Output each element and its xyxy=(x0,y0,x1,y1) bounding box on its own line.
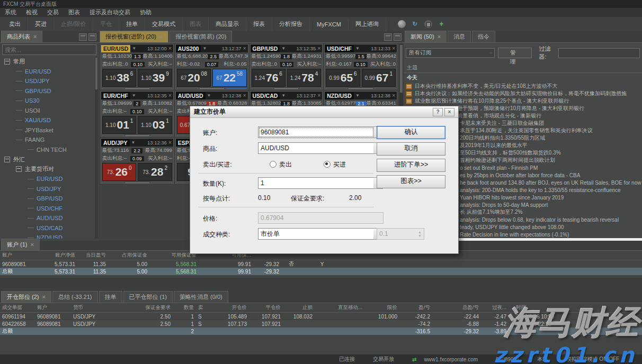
tile-symbol[interactable]: USD/CAD xyxy=(251,92,280,99)
lock-icon[interactable] xyxy=(424,20,432,28)
panel-splitter[interactable] xyxy=(0,278,642,293)
quantity-select[interactable]: 1 ▼ xyxy=(200,88,224,89)
bid-price[interactable]: 1.10386 xyxy=(102,69,136,87)
buy-button[interactable]: 买进 xyxy=(151,182,172,184)
dialog-title-bar[interactable]: 建立市价单 ? × xyxy=(190,106,458,118)
window-restore-icon[interactable] xyxy=(384,33,392,41)
sphere-icon[interactable] xyxy=(398,20,406,28)
news-tab[interactable]: 指令× xyxy=(472,31,495,42)
chevron-down-icon[interactable]: ▼ xyxy=(280,46,287,51)
collapse-icon[interactable] xyxy=(16,166,22,172)
bid-price[interactable]: 1.10011 xyxy=(102,116,136,134)
close-icon[interactable]: × xyxy=(33,33,37,40)
tree-item[interactable]: US30 xyxy=(1,96,94,106)
sell-button[interactable]: 卖出 xyxy=(102,182,123,184)
menu-item[interactable]: 图表 xyxy=(64,8,85,17)
toolbar-button[interactable]: 图表 xyxy=(183,17,209,31)
toolbar-button[interactable]: 报表 xyxy=(246,17,272,31)
ask-price[interactable]: 672258 xyxy=(212,69,246,87)
buy-button[interactable]: 买进 xyxy=(374,88,396,89)
toolbar-button[interactable]: 分析报告 xyxy=(272,17,310,31)
close-icon[interactable]: × xyxy=(159,33,163,40)
chevron-down-icon[interactable]: ▼ xyxy=(130,93,138,98)
tree-item[interactable]: GBP/USD xyxy=(1,194,94,204)
toolbar-button[interactable]: 买进 xyxy=(28,17,54,31)
toolbar-button[interactable]: 交易模式 xyxy=(145,17,183,31)
quantity-select[interactable]: 1 ▼ xyxy=(274,88,299,89)
menu-item[interactable]: 提示及自动交易 xyxy=(85,8,135,17)
positions-tab[interactable]: 开仓部位 (2)× xyxy=(1,291,51,303)
manage-button[interactable]: 管理 xyxy=(498,48,532,58)
toolbar-button[interactable]: MyFXCM xyxy=(310,19,349,30)
tile-symbol[interactable]: AUD/USD xyxy=(176,92,206,99)
ask-price[interactable]: 1.10031 xyxy=(138,116,172,134)
quantity-select[interactable]: 1 ▼ xyxy=(125,88,149,89)
toolbar-button[interactable]: 商品显示 xyxy=(209,17,246,31)
close-icon[interactable]: × xyxy=(242,46,248,51)
chevron-down-icon[interactable]: ▼ xyxy=(280,93,287,98)
tab-symbol-list[interactable]: 商品列表× xyxy=(1,31,42,42)
window-maximize-icon[interactable] xyxy=(88,33,96,41)
tree-item[interactable]: USD/CHF xyxy=(1,204,94,214)
tile-symbol[interactable]: EUR/CHF xyxy=(101,92,130,99)
tree-item[interactable]: EUR/USD xyxy=(1,174,94,184)
toolbar-button[interactable]: 网上谘询 xyxy=(349,17,386,31)
tile-symbol[interactable]: NZD/USD xyxy=(325,92,354,99)
tile-symbol[interactable]: GBP/USD xyxy=(251,45,280,52)
tree-item[interactable]: XAU/USD xyxy=(1,115,94,125)
ask-price[interactable]: 1.24784 xyxy=(287,69,321,87)
search-input[interactable] xyxy=(2,44,96,55)
menu-item[interactable]: 协助 xyxy=(135,8,156,17)
add-icon[interactable]: + xyxy=(438,20,445,28)
bid-price[interactable]: 0.99656 xyxy=(326,69,360,87)
positions-tab[interactable]: 策略性消息 (0/0)× xyxy=(174,291,228,303)
tree-item[interactable]: USD/CAD xyxy=(1,223,94,233)
window-restore-icon[interactable] xyxy=(79,33,87,41)
close-icon[interactable]: × xyxy=(390,46,397,51)
order-type-select[interactable]: 市价单 xyxy=(258,228,374,240)
toolbar-button[interactable]: 平仓 xyxy=(93,17,119,31)
close-icon[interactable]: × xyxy=(316,46,322,51)
close-icon[interactable]: × xyxy=(438,33,441,40)
sidebar-scrollbar[interactable] xyxy=(95,57,98,239)
sell-button[interactable]: 卖出 xyxy=(326,88,347,89)
tile-symbol[interactable]: USD/CHF xyxy=(325,45,354,52)
ask-price[interactable]: 73.282 xyxy=(138,163,172,181)
close-icon[interactable]: × xyxy=(167,46,173,51)
filter-input[interactable] xyxy=(558,48,640,58)
toolbar-button[interactable]: 止损/限价 xyxy=(54,17,93,31)
collapse-icon[interactable] xyxy=(4,157,10,162)
close-icon[interactable]: × xyxy=(242,93,248,98)
buy-button[interactable]: 买进 xyxy=(226,88,247,89)
tree-item[interactable]: FAANG xyxy=(1,135,94,145)
account-select[interactable]: 96089081 xyxy=(258,126,374,138)
tab-accounts[interactable]: 账户 (1)× xyxy=(1,239,40,250)
tile-symbol[interactable]: AUD/JPY xyxy=(101,139,130,147)
refresh-icon[interactable]: ↻ xyxy=(411,20,419,28)
chevron-down-icon[interactable]: ▼ xyxy=(130,46,138,51)
close-icon[interactable]: × xyxy=(31,241,34,248)
menu-item[interactable]: 交易 xyxy=(42,8,64,17)
bid-price[interactable]: 1.24766 xyxy=(252,69,286,87)
tree-item[interactable]: AUD/USD xyxy=(1,213,94,223)
close-icon[interactable]: × xyxy=(167,93,173,98)
collapse-icon[interactable] xyxy=(4,59,10,65)
close-icon[interactable]: × xyxy=(390,93,397,98)
sell-button[interactable]: 卖出 xyxy=(177,88,198,89)
chevron-down-icon[interactable]: ▼ xyxy=(206,93,213,98)
sell-button[interactable]: 卖出 xyxy=(252,88,273,89)
close-icon[interactable]: × xyxy=(444,108,454,116)
close-icon[interactable]: × xyxy=(42,294,46,300)
tree-item[interactable]: JPYBasket xyxy=(1,125,94,135)
positions-tab[interactable]: 挂单× xyxy=(99,291,122,303)
buy-button[interactable]: 买进 xyxy=(300,88,321,89)
buy-radio[interactable]: 买进 xyxy=(324,160,346,169)
news-column-header[interactable]: 主题 xyxy=(404,63,642,73)
sell-button[interactable]: 卖出 xyxy=(102,135,123,136)
buy-button[interactable]: 买进 xyxy=(151,88,172,89)
news-item[interactable]: 日本央行决议：如果经济失去动能的风险加大妨碍实现物价目标，将毫不犹豫加码刺激措施 xyxy=(404,90,642,97)
tile-symbol[interactable]: AUS200 xyxy=(176,45,201,52)
tree-item[interactable]: USD/JPY xyxy=(1,184,94,194)
tree-item[interactable]: 主要货币对 xyxy=(1,165,94,175)
menu-item[interactable]: 系统 xyxy=(0,8,21,17)
